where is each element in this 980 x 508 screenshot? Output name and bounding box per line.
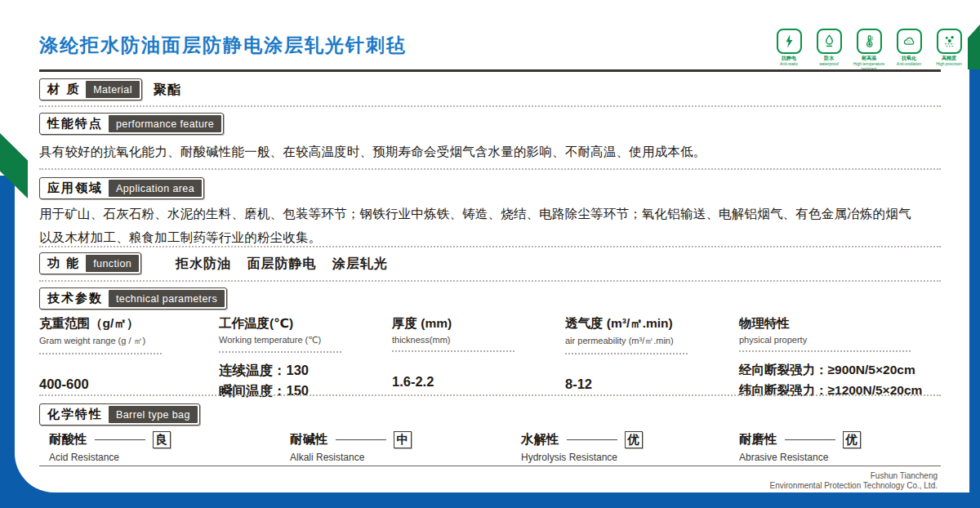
chem-name-en: Alkali Resistance (290, 452, 412, 463)
icon-label-en: waterproof (819, 61, 839, 66)
param-value: 纬向断裂强力：≥1200N/5×20cm (739, 380, 922, 400)
param-col-thickness: 厚度 (mm) thickness(mm) 1.6-2.2 (392, 315, 514, 392)
param-title-en: physical property (739, 335, 922, 345)
chem-name-en: Acid Resistance (49, 452, 171, 463)
param-title-zh: 物理特性 (739, 315, 922, 332)
anti-static-feature: 抗静电 Anti-static (773, 29, 805, 71)
param-col-air-permeability: 透气度 (m³/㎡.min) air permeability (m³/㎡.mi… (565, 315, 688, 394)
param-value: 经向断裂强力：≥900N/5×20cm (739, 359, 922, 380)
footer-divider (39, 466, 941, 466)
material-label-en-badge: Material (86, 81, 140, 98)
param-col-working-temperature: 工作温度(℃) Working temperature (℃) 连续温度：130… (219, 315, 341, 401)
chem-item-abrasive-resistance: 耐磨性 优 Abrasive Resistance (739, 431, 861, 463)
icon-label-zh: 防水 (819, 56, 839, 61)
page-content: 涤纶拒水防油面层防静电涂层轧光针刺毡 抗静电 Anti-static 防水 wa… (0, 0, 980, 508)
chem-rating-badge: 良 (153, 431, 172, 448)
chem-rule (785, 439, 835, 440)
section-label-technical: 技术参数 technical parameters (39, 287, 227, 310)
high-temperature-feature: 耐高温 High temperature resistant (853, 29, 885, 71)
svg-text:O₃: O₃ (906, 39, 911, 43)
param-dotted-rule (39, 353, 162, 354)
param-value: 1.6-2.2 (392, 359, 514, 392)
function-label-en-badge: function (86, 255, 139, 272)
param-title-en: Gram weight range (g / ㎡) (39, 335, 162, 347)
param-dotted-rule (219, 351, 341, 353)
icon-label-en: Anti-static (780, 61, 798, 66)
chem-name-en: Hydrolysis Resistance (521, 452, 643, 463)
waterproof-feature: 防水 waterproof (813, 29, 845, 71)
param-col-physical-property: 物理特性 physical property 经向断裂强力：≥900N/5×20… (739, 315, 922, 400)
anti-oxidation-feature: O₃ 抗氧化 Anti-oxidation (893, 29, 925, 71)
param-col-gram-weight: 克重范围（g/㎡） Gram weight range (g / ㎡) 400-… (39, 315, 162, 394)
page-title: 涤纶拒水防油面层防静电涂层轧光针刺毡 (39, 33, 407, 58)
performance-label-zh: 性能特点 (42, 115, 109, 132)
dotted-divider (39, 168, 941, 170)
function-value: 拒水防油 面层防静电 涂层轧光 (176, 256, 388, 273)
chem-name-zh: 耐磨性 (739, 431, 777, 448)
chem-rule (95, 439, 145, 440)
chem-name-en: Abrasive Resistance (739, 452, 861, 463)
header-icons-row: 抗静电 Anti-static 防水 waterproof (773, 29, 965, 71)
chem-rating-badge: 优 (843, 431, 862, 448)
chem-item-alkali-resistance: 耐碱性 中 Alkali Resistance (290, 431, 412, 463)
param-title-zh: 厚度 (mm) (392, 315, 514, 332)
performance-label-en-badge: performance feature (109, 115, 221, 132)
performance-text: 具有较好的抗氧化能力、耐酸碱性能一般、在较高温度时、预期寿命会受烟气含水量的影响… (39, 140, 929, 163)
precision-dots-icon (937, 29, 962, 54)
param-value: 连续温度：130 (219, 360, 341, 381)
water-drop-icon (817, 29, 842, 54)
param-title-zh: 透气度 (m³/㎡.min) (565, 315, 688, 332)
section-label-application: 应用领域 Application area (39, 177, 204, 199)
param-title-en: Working temperature (℃) (219, 335, 341, 345)
lightning-icon (777, 29, 802, 54)
icon-label-zh: 抗氧化 (897, 56, 921, 61)
company-name-line2: Environmental Protection Technology Co.,… (770, 481, 938, 491)
icon-label-zh: 高精度 (936, 56, 962, 61)
chem-rating-badge: 中 (394, 431, 412, 448)
application-text: 用于矿山、石灰石粉、水泥的生料、磨机、包装等环节；钢铁行业中炼铁、铸造、烧结、电… (39, 202, 921, 249)
company-name-line1: Fushun Tiancheng (770, 471, 938, 481)
section-label-performance: 性能特点 performance feature (39, 113, 224, 135)
high-precision-feature: 高精度 High precision (933, 29, 965, 71)
technical-label-zh: 技术参数 (42, 290, 109, 307)
cloud-o3-icon: O₃ (897, 29, 922, 54)
param-dotted-rule (739, 350, 911, 352)
chemical-label-zh: 化学特性 (42, 406, 109, 423)
icon-label-zh: 耐高温 (853, 56, 885, 61)
application-label-en-badge: Application area (109, 180, 202, 197)
chem-rule (567, 439, 617, 440)
dotted-divider (39, 105, 941, 107)
param-title-zh: 工作温度(℃) (219, 315, 341, 332)
icon-label-zh: 抗静电 (780, 56, 798, 61)
section-label-chemical: 化学特性 Barrel type bag (39, 403, 200, 426)
company-name: Fushun Tiancheng Environmental Protectio… (770, 471, 938, 491)
chem-item-acid-resistance: 耐酸性 良 Acid Resistance (49, 431, 171, 463)
param-dotted-rule (565, 353, 688, 354)
technical-label-en-badge: technical parameters (109, 290, 225, 307)
title-divider (39, 69, 941, 72)
chem-name-zh: 水解性 (521, 431, 559, 448)
param-value: 400-600 (39, 362, 162, 394)
application-label-zh: 应用领域 (42, 180, 109, 197)
material-value: 聚酯 (154, 82, 181, 99)
param-title-en: air permeability (m³/㎡.min) (565, 335, 688, 347)
chem-name-zh: 耐碱性 (290, 431, 328, 448)
icon-label-en: Anti-oxidation (897, 61, 921, 66)
thermometer-icon (857, 29, 882, 54)
material-label-zh: 材 质 (42, 81, 86, 98)
dotted-divider (39, 394, 941, 396)
chem-name-zh: 耐酸性 (49, 431, 87, 448)
dotted-divider (39, 246, 941, 247)
function-label-zh: 功 能 (42, 255, 86, 272)
section-label-function: 功 能 function (39, 252, 141, 274)
chem-item-hydrolysis-resistance: 水解性 优 Hydrolysis Resistance (521, 431, 643, 463)
chemical-label-en-badge: Barrel type bag (109, 406, 198, 423)
icon-label-en: High precision (936, 61, 962, 66)
chem-rating-badge: 优 (625, 431, 644, 448)
param-title-zh: 克重范围（g/㎡） (39, 315, 162, 332)
param-dotted-rule (392, 350, 514, 352)
param-title-en: thickness(mm) (392, 335, 514, 345)
chem-rule (336, 439, 386, 440)
param-value: 8-12 (565, 362, 688, 394)
section-label-material: 材 质 Material (39, 78, 142, 100)
